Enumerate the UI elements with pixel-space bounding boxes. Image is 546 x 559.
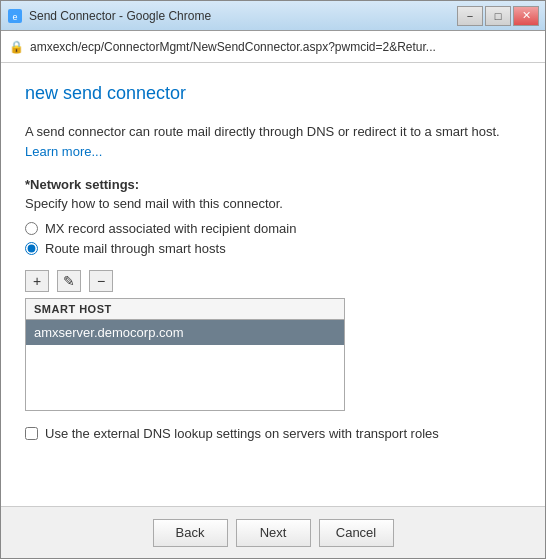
radio-mx-item[interactable]: MX record associated with recipient doma… bbox=[25, 221, 521, 236]
table-row[interactable]: amxserver.democorp.com bbox=[26, 320, 344, 345]
footer: Back Next Cancel bbox=[1, 506, 545, 558]
external-dns-checkbox[interactable] bbox=[25, 427, 38, 440]
checkbox-row: Use the external DNS lookup settings on … bbox=[25, 425, 521, 443]
remove-button[interactable]: − bbox=[89, 270, 113, 292]
cancel-button[interactable]: Cancel bbox=[319, 519, 394, 547]
radio-smart-host-item[interactable]: Route mail through smart hosts bbox=[25, 241, 521, 256]
address-bar: 🔒 amxexch/ecp/ConnectorMgmt/NewSendConne… bbox=[1, 31, 545, 63]
title-bar: e Send Connector - Google Chrome − □ ✕ bbox=[1, 1, 545, 31]
next-button[interactable]: Next bbox=[236, 519, 311, 547]
lock-icon: 🔒 bbox=[9, 40, 24, 54]
toolbar: + ✎ − bbox=[25, 270, 521, 292]
network-settings-label: *Network settings: bbox=[25, 177, 521, 192]
description-text: A send connector can route mail directly… bbox=[25, 122, 521, 161]
address-text[interactable]: amxexch/ecp/ConnectorMgmt/NewSendConnect… bbox=[30, 40, 537, 54]
learn-more-link[interactable]: Learn more... bbox=[25, 144, 102, 159]
restore-button[interactable]: □ bbox=[485, 6, 511, 26]
radio-mx-label: MX record associated with recipient doma… bbox=[45, 221, 296, 236]
back-button[interactable]: Back bbox=[153, 519, 228, 547]
window-title: Send Connector - Google Chrome bbox=[29, 9, 211, 23]
radio-group: MX record associated with recipient doma… bbox=[25, 221, 521, 256]
browser-icon: e bbox=[7, 8, 23, 24]
network-settings-sub: Specify how to send mail with this conne… bbox=[25, 196, 521, 211]
browser-window: e Send Connector - Google Chrome − □ ✕ 🔒… bbox=[0, 0, 546, 559]
table-header: SMART HOST bbox=[26, 299, 344, 320]
checkbox-label: Use the external DNS lookup settings on … bbox=[45, 425, 439, 443]
page-content: new send connector A send connector can … bbox=[1, 63, 545, 506]
minimize-button[interactable]: − bbox=[457, 6, 483, 26]
radio-smart-host-label: Route mail through smart hosts bbox=[45, 241, 226, 256]
svg-text:e: e bbox=[12, 12, 17, 22]
radio-smart-host[interactable] bbox=[25, 242, 38, 255]
add-button[interactable]: + bbox=[25, 270, 49, 292]
table-body: amxserver.democorp.com bbox=[26, 320, 344, 410]
radio-mx[interactable] bbox=[25, 222, 38, 235]
smart-host-table: SMART HOST amxserver.democorp.com bbox=[25, 298, 345, 411]
page-title: new send connector bbox=[25, 83, 521, 104]
close-button[interactable]: ✕ bbox=[513, 6, 539, 26]
window-controls: − □ ✕ bbox=[457, 6, 539, 26]
title-bar-left: e Send Connector - Google Chrome bbox=[7, 8, 211, 24]
edit-button[interactable]: ✎ bbox=[57, 270, 81, 292]
